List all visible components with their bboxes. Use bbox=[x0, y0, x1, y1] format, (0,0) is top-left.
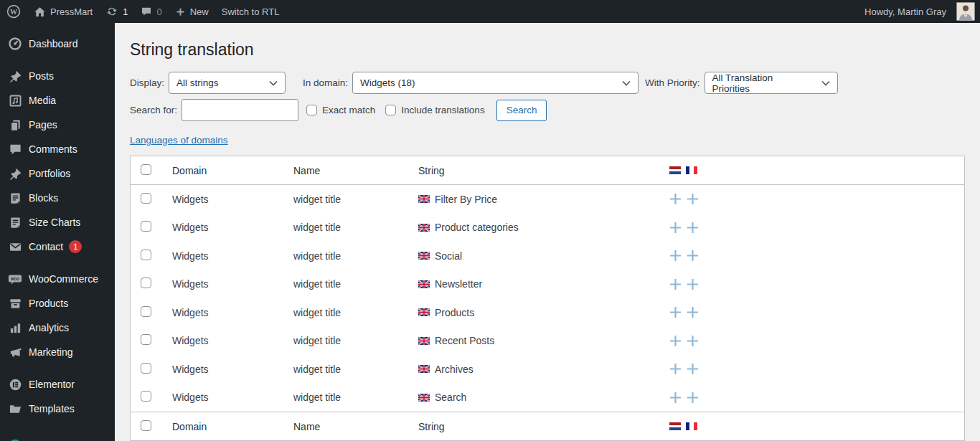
row-string: Product categories bbox=[435, 222, 519, 233]
add-translation-nl-button[interactable] bbox=[669, 363, 682, 375]
sidebar-item-dashboard[interactable]: Dashboard bbox=[0, 32, 115, 56]
row-string: Newsletter bbox=[435, 278, 482, 290]
switch-to-rtl-link[interactable]: Switch to RTL bbox=[215, 0, 286, 23]
sidebar-item-label: Elementor bbox=[29, 372, 75, 397]
display-select[interactable]: All strings bbox=[169, 72, 286, 94]
uk-flag-icon bbox=[418, 195, 430, 203]
sidebar-item-pages[interactable]: Pages bbox=[0, 113, 115, 137]
pages-icon bbox=[8, 118, 22, 132]
wordpress-logo-icon: W bbox=[6, 4, 21, 19]
include-translations-checkbox[interactable] bbox=[385, 105, 396, 115]
sidebar-item-analytics[interactable]: Analytics bbox=[0, 316, 115, 340]
languages-of-domains-link[interactable]: Languages of domains bbox=[130, 135, 228, 146]
sidebar-item-label: Comments bbox=[29, 137, 77, 161]
add-translation-fr-button[interactable] bbox=[687, 392, 699, 404]
sidebar-item-partial[interactable] bbox=[0, 433, 115, 441]
filters-row: Display: All strings In domain: Widgets … bbox=[130, 72, 965, 94]
teal-circle-icon bbox=[8, 438, 22, 441]
add-translation-fr-button[interactable] bbox=[687, 250, 699, 262]
row-checkbox[interactable] bbox=[141, 391, 151, 402]
sidebar-item-contact[interactable]: Contact1 bbox=[0, 234, 115, 259]
row-checkbox[interactable] bbox=[141, 306, 151, 317]
row-domain: Widgets bbox=[172, 392, 293, 403]
row-domain: Widgets bbox=[172, 278, 293, 290]
add-translation-nl-button[interactable] bbox=[669, 335, 682, 347]
row-checkbox[interactable] bbox=[141, 221, 151, 232]
row-checkbox[interactable] bbox=[141, 193, 151, 204]
add-translation-nl-button[interactable] bbox=[669, 306, 682, 318]
sidebar-item-blocks[interactable]: Blocks bbox=[0, 186, 115, 210]
sidebar-item-label: Portfolios bbox=[29, 161, 70, 186]
string-translation-table: Domain Name String Widgetswidget titleFi… bbox=[130, 156, 965, 441]
updates-menu[interactable]: 1 bbox=[99, 0, 134, 23]
table-row: Widgetswidget titleSocial bbox=[131, 242, 964, 270]
main-content: String translation Display: All strings … bbox=[115, 0, 980, 441]
sidebar-item-label: Dashboard bbox=[29, 32, 78, 56]
sidebar-item-label: Pages bbox=[29, 113, 57, 137]
wordpress-logo-menu[interactable]: W bbox=[0, 0, 27, 23]
pushpin-icon bbox=[8, 166, 22, 181]
add-translation-nl-button[interactable] bbox=[669, 278, 682, 290]
add-translation-nl-button[interactable] bbox=[669, 193, 682, 205]
page-title: String translation bbox=[130, 39, 965, 60]
new-menu[interactable]: New bbox=[169, 0, 215, 23]
add-translation-nl-button[interactable] bbox=[669, 250, 682, 262]
site-menu[interactable]: PressMart bbox=[27, 0, 99, 23]
add-translation-fr-button[interactable] bbox=[687, 222, 699, 234]
table-row: Widgetswidget titleSearch bbox=[131, 384, 964, 412]
domain-header: Domain bbox=[172, 421, 293, 432]
dashboard-icon bbox=[8, 37, 22, 51]
sidebar-item-comments[interactable]: Comments bbox=[0, 137, 115, 161]
table-header-row: Domain Name String bbox=[131, 156, 964, 185]
table-row: Widgetswidget titleProduct categories bbox=[131, 214, 964, 242]
sidebar: DashboardPostsMediaPagesCommentsPortfoli… bbox=[0, 23, 115, 441]
netherlands-flag-icon bbox=[669, 166, 681, 174]
row-checkbox[interactable] bbox=[141, 334, 151, 345]
sidebar-item-media[interactable]: Media bbox=[0, 88, 115, 113]
sidebar-item-posts[interactable]: Posts bbox=[0, 64, 115, 88]
row-checkbox[interactable] bbox=[141, 363, 151, 374]
sidebar-item-portfolios[interactable]: Portfolios bbox=[0, 161, 115, 186]
row-checkbox[interactable] bbox=[141, 250, 151, 260]
sidebar-item-size-charts[interactable]: Size Charts bbox=[0, 210, 115, 234]
select-all-checkbox[interactable] bbox=[141, 420, 151, 431]
sidebar-item-label: Analytics bbox=[29, 316, 69, 340]
sidebar-item-woocommerce[interactable]: WOOWooCommerce bbox=[0, 267, 115, 291]
select-all-checkbox[interactable] bbox=[141, 164, 151, 175]
sidebar-item-label: Contact bbox=[29, 234, 63, 259]
sidebar-item-elementor[interactable]: Elementor bbox=[0, 372, 115, 397]
pushpin-icon bbox=[8, 69, 22, 83]
domain-select[interactable]: Widgets (18) bbox=[352, 72, 639, 94]
row-checkbox[interactable] bbox=[141, 278, 151, 288]
woocommerce-icon: WOO bbox=[8, 272, 22, 286]
add-translation-fr-button[interactable] bbox=[687, 335, 699, 347]
priority-select[interactable]: All Translation Priorities bbox=[705, 72, 838, 94]
add-translation-nl-button[interactable] bbox=[669, 392, 682, 404]
add-translation-nl-button[interactable] bbox=[669, 222, 682, 234]
search-input[interactable] bbox=[182, 99, 298, 121]
new-label: New bbox=[190, 6, 209, 17]
svg-text:W: W bbox=[10, 8, 18, 16]
priority-label: With Priority: bbox=[645, 77, 700, 88]
sidebar-item-label: Products bbox=[29, 291, 68, 316]
add-translation-fr-button[interactable] bbox=[687, 278, 699, 290]
sidebar-item-label: Posts bbox=[29, 64, 54, 88]
uk-flag-icon bbox=[418, 224, 430, 232]
sidebar-item-marketing[interactable]: Marketing bbox=[0, 340, 115, 364]
update-icon bbox=[105, 5, 118, 18]
row-string: Archives bbox=[435, 364, 473, 375]
add-translation-fr-button[interactable] bbox=[687, 306, 699, 318]
netherlands-flag-icon bbox=[669, 422, 681, 430]
sidebar-item-templates[interactable]: Templates bbox=[0, 397, 115, 421]
sidebar-menu: DashboardPostsMediaPagesCommentsPortfoli… bbox=[0, 32, 115, 441]
comments-menu[interactable]: 0 bbox=[134, 0, 168, 23]
table-row: Widgetswidget titleRecent Posts bbox=[131, 327, 964, 356]
sidebar-item-products[interactable]: Products bbox=[0, 291, 115, 316]
search-button[interactable]: Search bbox=[496, 100, 547, 121]
account-menu[interactable]: Howdy, Martin Gray bbox=[858, 0, 975, 23]
add-translation-fr-button[interactable] bbox=[687, 193, 699, 205]
add-translation-fr-button[interactable] bbox=[687, 363, 699, 375]
exact-match-checkbox[interactable] bbox=[306, 105, 317, 115]
display-label: Display: bbox=[130, 77, 164, 88]
bar-chart-icon bbox=[8, 321, 22, 335]
